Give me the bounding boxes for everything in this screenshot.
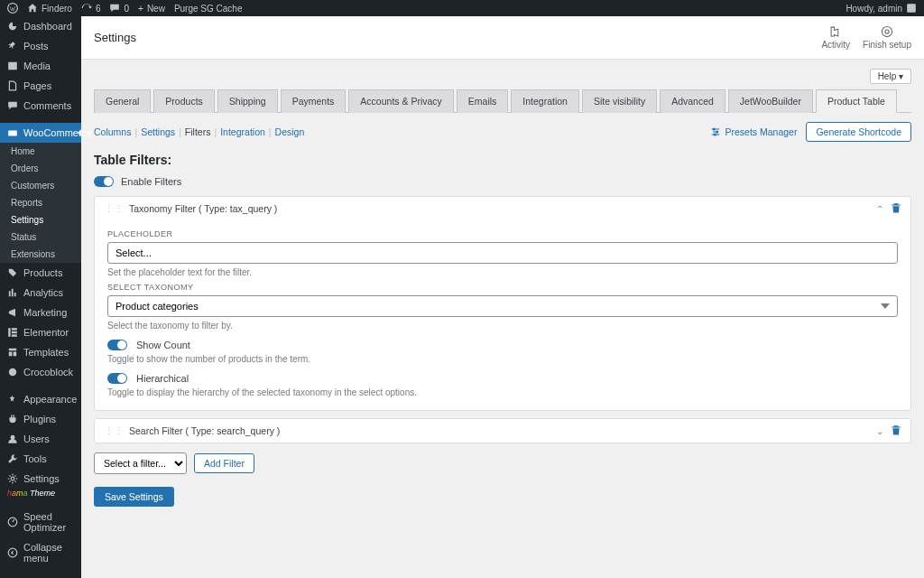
sidebar-item-appearance[interactable]: Appearance xyxy=(0,389,81,409)
sidebar-sub-customers[interactable]: Customers xyxy=(0,177,81,194)
updates[interactable]: 6 xyxy=(81,3,101,14)
hierarchical-label: Hierarchical xyxy=(136,373,189,384)
sidebar-item-woocommerce[interactable]: WooCommerce xyxy=(0,123,81,143)
tab-payments[interactable]: Payments xyxy=(281,89,346,113)
svg-rect-2 xyxy=(8,328,10,337)
svg-point-11 xyxy=(882,26,892,36)
subtab-design[interactable]: Design xyxy=(275,126,305,137)
sidebar-item-collapse-menu[interactable]: Collapse menu xyxy=(0,537,81,568)
howdy[interactable]: Howdy, admin xyxy=(845,3,917,14)
placeholder-label: PLACEHOLDER xyxy=(107,229,898,238)
sidebar-item-templates[interactable]: Templates xyxy=(0,342,81,362)
svg-point-6 xyxy=(9,368,16,376)
admin-sidebar: DashboardPostsMediaPagesCommentsWooComme… xyxy=(0,16,81,578)
search-filter-head[interactable]: ⋮⋮ Search Filter ( Type: search_query ) … xyxy=(95,419,910,443)
taxonomy-filter-panel: ⋮⋮ Taxonomy Filter ( Type: tax_query ) ⌃… xyxy=(94,196,911,411)
svg-point-7 xyxy=(11,435,15,440)
sidebar-item-users[interactable]: Users xyxy=(0,429,81,449)
drag-icon[interactable]: ⋮⋮ xyxy=(104,203,124,214)
svg-rect-1 xyxy=(907,4,916,13)
tab-site-visibility[interactable]: Site visibility xyxy=(582,89,657,113)
svg-point-14 xyxy=(716,131,718,133)
wp-logo[interactable] xyxy=(7,3,18,14)
tab-accounts-privacy[interactable]: Accounts & Privacy xyxy=(348,89,453,113)
activity-button[interactable]: Activity xyxy=(821,25,850,50)
svg-point-13 xyxy=(714,128,716,130)
tab-shipping[interactable]: Shipping xyxy=(217,89,278,113)
sidebar-item-posts[interactable]: Posts xyxy=(0,36,81,56)
tab-general[interactable]: General xyxy=(94,89,151,113)
trash-icon[interactable] xyxy=(891,424,901,437)
add-filter-button[interactable]: Add Filter xyxy=(194,453,254,473)
sidebar-sub-extensions[interactable]: Extensions xyxy=(0,246,81,263)
add-new[interactable]: + New xyxy=(138,4,165,14)
svg-point-12 xyxy=(885,30,889,33)
svg-point-15 xyxy=(715,134,716,135)
sidebar-sub-orders[interactable]: Orders xyxy=(0,160,81,177)
subtab-settings[interactable]: Settings xyxy=(141,126,175,137)
enable-filters-label: Enable Filters xyxy=(121,176,181,187)
subtab-filters[interactable]: Filters xyxy=(185,126,211,137)
tab-integration[interactable]: Integration xyxy=(511,89,579,113)
sidebar-item-comments[interactable]: Comments xyxy=(0,96,81,116)
sidebar-item-dashboard[interactable]: Dashboard xyxy=(0,16,81,36)
svg-rect-3 xyxy=(12,328,17,330)
purge-cache[interactable]: Purge SG Cache xyxy=(174,4,243,14)
subtab-columns[interactable]: Columns xyxy=(94,126,131,137)
section-title: Table Filters: xyxy=(94,153,911,167)
svg-point-10 xyxy=(8,548,17,557)
sidebar-item-settings[interactable]: Settings xyxy=(0,469,81,489)
chevron-up-icon[interactable]: ⌃ xyxy=(876,204,883,214)
admin-bar: Findero 6 0 + New Purge SG Cache Howdy, … xyxy=(0,0,924,16)
page-header: Settings Activity Finish setup xyxy=(81,16,924,60)
sidebar-item-analytics[interactable]: Analytics xyxy=(0,283,81,303)
sidebar-item-media[interactable]: Media xyxy=(0,56,81,76)
taxonomy-label: SELECT TAXONOMY xyxy=(107,283,898,292)
tab-jetwoobuilder[interactable]: JetWooBuilder xyxy=(728,89,813,113)
sidebar-item-pages[interactable]: Pages xyxy=(0,76,81,96)
site-name[interactable]: Findero xyxy=(27,3,72,14)
save-settings-button[interactable]: Save Settings xyxy=(94,487,174,507)
sidebar-sub-reports[interactable]: Reports xyxy=(0,194,81,211)
svg-point-8 xyxy=(11,477,14,480)
settings-tabs: GeneralProductsShippingPaymentsAccounts … xyxy=(94,89,911,113)
tab-advanced[interactable]: Advanced xyxy=(660,89,725,113)
sidebar-item-products[interactable]: Products xyxy=(0,263,81,283)
generate-shortcode-button[interactable]: Generate Shortcode xyxy=(806,122,911,142)
tab-emails[interactable]: Emails xyxy=(457,89,509,113)
sidebar-item-elementor[interactable]: Elementor xyxy=(0,322,81,342)
enable-filters-toggle[interactable] xyxy=(94,176,114,187)
chevron-down-icon[interactable]: ⌄ xyxy=(876,426,883,436)
show-count-label: Show Count xyxy=(136,340,190,350)
svg-rect-5 xyxy=(12,334,17,336)
sidebar-item-plugins[interactable]: Plugins xyxy=(0,409,81,429)
hierarchical-toggle[interactable] xyxy=(107,373,127,384)
placeholder-input[interactable] xyxy=(107,242,898,264)
finish-setup-button[interactable]: Finish setup xyxy=(863,25,911,50)
sub-tabs: Columns|Settings|Filters|Integration|Des… xyxy=(94,126,304,137)
placeholder-hint: Set the placeholder text for the filter. xyxy=(107,267,898,277)
help-button[interactable]: Help ▾ xyxy=(870,69,911,84)
sidebar-item-crocoblock[interactable]: Crocoblock xyxy=(0,362,81,382)
hierarchical-hint: Toggle to display the hierarchy of the s… xyxy=(107,387,898,397)
taxonomy-select[interactable]: Product categories xyxy=(107,295,898,317)
trash-icon[interactable] xyxy=(891,202,901,215)
show-count-toggle[interactable] xyxy=(107,340,127,350)
drag-icon[interactable]: ⋮⋮ xyxy=(104,425,124,436)
tab-products[interactable]: Products xyxy=(153,89,214,113)
sidebar-sub-home[interactable]: Home xyxy=(0,143,81,160)
comments-count[interactable]: 0 xyxy=(109,3,129,14)
show-count-hint: Toggle to show the number of products in… xyxy=(107,354,898,364)
sidebar-sub-settings[interactable]: Settings xyxy=(0,211,81,228)
taxonomy-filter-head[interactable]: ⋮⋮ Taxonomy Filter ( Type: tax_query ) ⌃ xyxy=(95,197,910,220)
tab-product-table[interactable]: Product Table xyxy=(816,89,897,113)
subtab-integration[interactable]: Integration xyxy=(220,126,265,137)
sidebar-sub-status[interactable]: Status xyxy=(0,228,81,246)
sidebar-item-tools[interactable]: Tools xyxy=(0,449,81,469)
svg-rect-4 xyxy=(12,331,17,333)
select-filter-dropdown[interactable]: Select a filter... xyxy=(94,452,187,474)
taxonomy-hint: Select the taxonomy to filter by. xyxy=(107,321,898,331)
sidebar-item-marketing[interactable]: Marketing xyxy=(0,303,81,322)
sidebar-item-speed-optimizer[interactable]: Speed Optimizer xyxy=(0,507,81,537)
presets-manager-link[interactable]: Presets Manager xyxy=(710,126,797,137)
